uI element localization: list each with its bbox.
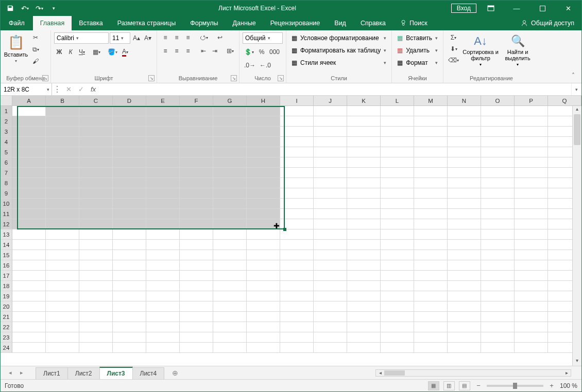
cell[interactable] [213, 343, 247, 353]
cell[interactable] [247, 301, 280, 312]
cell[interactable] [213, 137, 247, 147]
row-header[interactable]: 5 [1, 147, 12, 157]
zoom-slider-knob[interactable] [513, 383, 517, 389]
cell[interactable] [12, 209, 46, 219]
row-header[interactable]: 4 [1, 137, 12, 147]
cell[interactable] [481, 137, 515, 147]
cell[interactable] [414, 343, 448, 353]
tab-pagelayout[interactable]: Разметка страницы [110, 16, 183, 30]
share-button[interactable]: Общий доступ [513, 16, 581, 30]
cell[interactable] [113, 281, 146, 291]
cell[interactable] [113, 271, 146, 281]
cell[interactable] [381, 116, 414, 127]
cancel-formula-icon[interactable]: ✕ [62, 83, 75, 95]
cell[interactable] [381, 271, 414, 281]
cell[interactable] [314, 116, 347, 127]
cell[interactable] [280, 168, 314, 178]
cell[interactable] [280, 332, 314, 343]
cell[interactable] [146, 322, 180, 332]
cell[interactable] [113, 127, 146, 137]
row-header[interactable]: 23 [1, 332, 12, 343]
cell[interactable] [46, 271, 79, 281]
cell[interactable] [481, 250, 515, 260]
cell[interactable] [79, 157, 113, 168]
cell[interactable] [448, 219, 481, 229]
cell[interactable] [213, 116, 247, 127]
merge-center-icon[interactable]: ⊞ ▾ [225, 46, 235, 56]
cell[interactable] [46, 332, 79, 343]
cell[interactable] [180, 343, 213, 353]
vscroll-thumb[interactable] [574, 114, 580, 145]
sheet-tab[interactable]: Лист1 [36, 367, 68, 379]
cell[interactable] [515, 301, 548, 312]
cell[interactable] [347, 137, 381, 147]
column-header[interactable]: K [347, 96, 381, 105]
cell[interactable] [481, 301, 515, 312]
cell[interactable] [381, 240, 414, 250]
cell[interactable] [314, 250, 347, 260]
cell[interactable] [414, 322, 448, 332]
cell[interactable] [79, 147, 113, 157]
cell[interactable] [180, 147, 213, 157]
cut-icon[interactable]: ✂ [30, 32, 41, 43]
autosum-icon[interactable]: Σ ▾ [447, 32, 460, 43]
row-header[interactable]: 17 [1, 271, 12, 281]
cell[interactable] [12, 199, 46, 209]
sheet-tab[interactable]: Лист3 [99, 367, 133, 379]
cell[interactable] [146, 178, 180, 188]
cell[interactable] [515, 240, 548, 250]
cell[interactable] [180, 106, 213, 116]
cell[interactable] [113, 291, 146, 301]
cell[interactable] [146, 260, 180, 271]
increase-indent-icon[interactable]: ⇥ [210, 46, 220, 56]
cell[interactable] [146, 291, 180, 301]
selection-handle[interactable] [283, 228, 286, 231]
increase-font-icon[interactable]: A▴ [131, 33, 142, 43]
cell[interactable] [280, 312, 314, 322]
cell[interactable] [515, 209, 548, 219]
cell[interactable] [79, 106, 113, 116]
cell[interactable] [448, 106, 481, 116]
tab-formulas[interactable]: Формулы [183, 16, 225, 30]
font-size-select[interactable]: 11▾ [110, 32, 130, 44]
cell[interactable] [515, 271, 548, 281]
cell[interactable] [79, 188, 113, 199]
cell[interactable] [481, 229, 515, 240]
zoom-slider[interactable] [487, 385, 543, 387]
align-left-icon[interactable]: ≡ [160, 46, 170, 56]
cell[interactable] [515, 281, 548, 291]
cell[interactable] [213, 250, 247, 260]
cell[interactable] [113, 116, 146, 127]
cell[interactable] [381, 250, 414, 260]
cell[interactable] [113, 240, 146, 250]
cell[interactable] [381, 343, 414, 353]
cell[interactable] [113, 229, 146, 240]
cell[interactable] [448, 250, 481, 260]
cell[interactable] [448, 157, 481, 168]
cell[interactable] [381, 168, 414, 178]
cell[interactable] [414, 301, 448, 312]
cell[interactable] [381, 137, 414, 147]
cell[interactable] [213, 322, 247, 332]
cell[interactable] [515, 178, 548, 188]
cell[interactable] [180, 250, 213, 260]
cell[interactable] [515, 157, 548, 168]
row-header[interactable]: 22 [1, 322, 12, 332]
cell[interactable] [347, 219, 381, 229]
cell[interactable] [46, 127, 79, 137]
cell[interactable] [113, 260, 146, 271]
cell[interactable] [180, 229, 213, 240]
comma-icon[interactable]: 000 [268, 47, 281, 57]
cell[interactable] [146, 271, 180, 281]
cell[interactable] [381, 260, 414, 271]
zoom-out-icon[interactable]: − [474, 382, 483, 389]
cell[interactable] [381, 291, 414, 301]
cell[interactable] [247, 127, 280, 137]
cell[interactable] [180, 137, 213, 147]
tab-view[interactable]: Вид [327, 16, 353, 30]
cell[interactable] [180, 127, 213, 137]
cell[interactable] [414, 291, 448, 301]
column-header[interactable]: B [46, 96, 79, 105]
cell[interactable] [448, 260, 481, 271]
cell[interactable] [113, 199, 146, 209]
